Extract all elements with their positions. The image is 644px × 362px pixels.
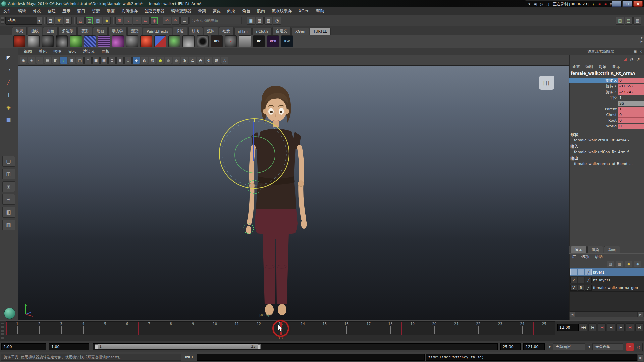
keyframe-tick[interactable] — [138, 322, 139, 335]
shelf-icon-blue-cloth[interactable] — [84, 35, 96, 47]
shelf-icon-kw[interactable]: KW — [281, 35, 293, 47]
status-line-grip[interactable] — [1, 17, 4, 24]
shelf-tab--[interactable]: 动力学 — [108, 27, 127, 35]
animation-start-field[interactable]: 1.00 — [1, 343, 46, 350]
menu--[interactable]: 约束 — [224, 8, 239, 14]
character-model[interactable] — [246, 86, 307, 315]
shelf-icon-green-checker-sphere[interactable] — [70, 35, 82, 47]
shelf-tab-turtle[interactable]: TURTLE — [310, 28, 331, 35]
close-icon[interactable]: × — [638, 49, 643, 54]
safe-action-icon[interactable]: ⊡ — [108, 57, 116, 64]
shelf-icon-red-light[interactable] — [140, 35, 152, 47]
recorder-window-icon[interactable]: ▣ — [533, 1, 538, 7]
playback-end-field[interactable]: 25.00 — [500, 343, 521, 350]
recorder-menu-icon[interactable]: ▾ — [527, 1, 532, 7]
shelf-tab--[interactable]: 动画 — [93, 27, 108, 35]
wireframe-icon[interactable]: ◇ — [124, 57, 132, 64]
channel-value[interactable]: 0 — [618, 124, 644, 129]
mel-input-field[interactable] — [197, 354, 425, 361]
shelf-tab-painteffects[interactable]: PaintEffects — [143, 28, 172, 35]
shelf-icon-blue-red-split[interactable] — [154, 35, 166, 47]
grease-pencil-icon[interactable]: ∕ — [60, 57, 67, 64]
anim-layer-dropdown-arrow[interactable]: ▼ — [547, 343, 552, 350]
shadows-icon[interactable]: ◑ — [181, 57, 188, 64]
shelf-icon-dark-tunnel[interactable] — [197, 35, 209, 47]
range-end-handle[interactable] — [258, 344, 261, 349]
live-surface-field[interactable]: 没有活动的曲面 — [189, 17, 241, 24]
use-default-material-icon[interactable]: ● — [157, 57, 164, 64]
layer-row[interactable]: V╱nz_layer1 — [570, 276, 644, 284]
shelf-icon-magenta-particles[interactable] — [112, 35, 124, 47]
channel-value[interactable]: 0 — [618, 78, 644, 83]
menu--[interactable]: 创建变形器 — [141, 8, 168, 14]
textured-display-icon[interactable]: ◐ — [141, 57, 148, 64]
panel-menu--[interactable]: 渲染器 — [79, 49, 98, 54]
layout-two-pane-side-button[interactable]: ◫ — [2, 169, 15, 179]
layer-light-yellow-icon[interactable]: ◆ — [625, 261, 632, 267]
shelf-tab--[interactable]: 常规 — [12, 27, 27, 35]
render-settings-icon[interactable]: ◔ — [273, 17, 281, 25]
auto-keyframe-toggle[interactable]: ⊙ — [626, 343, 634, 351]
keyframe-tick[interactable] — [533, 322, 534, 335]
construction-history-icon[interactable]: ≡ — [180, 17, 189, 25]
channel-label[interactable]: 旋转 Y — [569, 84, 618, 89]
show-attribute-editor-toggle-icon[interactable]: ▤ — [625, 17, 633, 25]
show-tool-settings-toggle-icon[interactable]: ▦ — [633, 17, 641, 25]
shelf-icon-black-sphere[interactable] — [42, 35, 54, 47]
cb-menu--[interactable]: 显示 — [609, 64, 623, 70]
animation-preferences-button[interactable]: ◔ — [635, 343, 643, 351]
shelf-tab-xgen[interactable]: XGen — [291, 28, 309, 35]
time-slider[interactable]: 1234567891011121314151617181920212223242… — [0, 320, 644, 341]
shelf-icon-grey-page[interactable] — [239, 35, 251, 47]
menu--[interactable]: 创建 — [44, 8, 59, 14]
menu--[interactable]: 窗口 — [74, 8, 89, 14]
layout-four-pane-button[interactable]: ⊞ — [2, 181, 15, 192]
open-render-view-icon[interactable]: ▣ — [247, 17, 255, 25]
menu-set-selector[interactable]: 动画 ▼ — [5, 17, 42, 25]
create-empty-layer-icon[interactable]: ▤ — [607, 261, 614, 267]
menu--[interactable]: 资源 — [89, 8, 103, 14]
channel-value[interactable]: -91.552 — [618, 84, 644, 89]
maximize-button[interactable]: ▢ — [623, 1, 632, 7]
shelf-tab--[interactable]: 变形 — [77, 27, 92, 35]
new-scene-icon[interactable]: ▤ — [46, 17, 54, 25]
layer-visibility-toggle[interactable]: V — [570, 277, 577, 283]
render-current-frame-icon[interactable]: ▦ — [256, 17, 264, 25]
animation-end-field[interactable]: 121.00 — [523, 343, 545, 350]
layer-tab--[interactable]: 动画 — [604, 246, 620, 253]
camera-attributes-icon[interactable]: ▭ — [36, 57, 43, 64]
green-sphere-icon[interactable] — [4, 308, 15, 319]
lasso-select-tool[interactable]: ⊃ — [4, 65, 14, 75]
keyframe-tick[interactable] — [270, 322, 270, 335]
layer-name[interactable]: female_walk:norma_geo — [593, 286, 638, 290]
menu--[interactable]: 角色 — [239, 8, 254, 14]
character-set-dropdown[interactable]: 无角色集 — [592, 343, 623, 350]
shelf-icon-pcb[interactable]: PCB — [267, 35, 279, 47]
panel-menu--[interactable]: 照明 — [50, 49, 65, 54]
shelf-tab-nhair[interactable]: nHair — [234, 28, 252, 35]
shelf-icon-eclipse-sphere[interactable] — [56, 35, 68, 47]
channel-value[interactable]: -23.742 — [618, 89, 644, 95]
channel-box-object-name[interactable]: female_walk:ctrlFK_Rt_ArmA — [569, 71, 644, 77]
shelf-icon-red-x-sphere[interactable]: × — [225, 35, 237, 47]
select-tool[interactable]: ◤ — [4, 53, 14, 63]
range-track[interactable]: 1 25 — [93, 343, 498, 350]
safe-title-icon[interactable]: ⊟ — [116, 57, 124, 64]
title-bar[interactable]: Autodesk Maya 2014: C:\Users\Administrat… — [0, 0, 644, 7]
channel-colors-icon[interactable]: ◢ — [622, 56, 628, 62]
layer-name[interactable]: layer1 — [593, 270, 605, 275]
step-back-key-button[interactable]: |◀ — [598, 323, 606, 331]
shelf-tab-ncloth[interactable]: nCloth — [252, 28, 272, 35]
snap-to-grid-icon[interactable]: ⊞ — [115, 17, 123, 25]
snap-to-view-plane-icon[interactable]: ▭ — [142, 17, 150, 25]
panel-menu--[interactable]: 显示 — [65, 49, 79, 54]
layer-visibility-toggle[interactable]: V — [570, 285, 577, 291]
show-channel-box-toggle-icon[interactable]: ▥ — [616, 17, 624, 25]
range-start-handle[interactable] — [95, 344, 98, 349]
bookmarks-icon[interactable]: ▤ — [44, 57, 51, 64]
shelf-tab--[interactable]: 流体 — [204, 27, 218, 35]
layer-playback-toggle[interactable]: R — [578, 285, 584, 291]
shaded-display-icon[interactable]: ◆ — [132, 57, 140, 64]
move-tool[interactable]: + — [4, 90, 14, 100]
save-scene-icon[interactable]: ▦ — [64, 17, 72, 25]
